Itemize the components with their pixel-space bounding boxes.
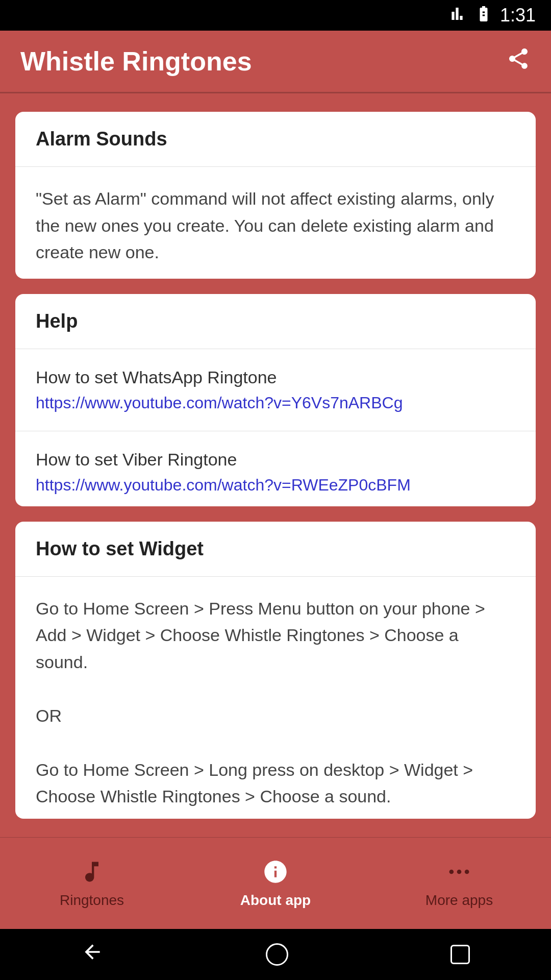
help-viber-section: How to set Viber Ringtone https://www.yo…	[15, 431, 536, 506]
widget-body2: Go to Home Screen > Long press on deskto…	[36, 760, 473, 806]
help-title: Help	[15, 294, 536, 349]
widget-card: How to set Widget Go to Home Screen > Pr…	[15, 522, 536, 819]
alarm-sounds-card: Alarm Sounds "Set as Alarm" command will…	[15, 112, 536, 279]
more-apps-icon	[446, 859, 472, 887]
viber-label: How to set Viber Ringtone	[36, 450, 515, 470]
widget-title: How to set Widget	[15, 522, 536, 577]
status-icons: 1:31	[451, 5, 536, 27]
main-content: Alarm Sounds "Set as Alarm" command will…	[0, 93, 551, 837]
bottom-nav: Ringtones About app More apps	[0, 837, 551, 929]
battery-icon	[474, 5, 493, 27]
help-card: Help How to set WhatsApp Ringtone https:…	[15, 294, 536, 506]
status-time: 1:31	[500, 5, 536, 26]
status-bar: 1:31	[0, 0, 551, 31]
recents-button[interactable]	[450, 945, 470, 964]
svg-point-2	[465, 869, 469, 874]
viber-link[interactable]: https://www.youtube.com/watch?v=RWEeZP0c…	[36, 476, 411, 494]
ringtones-label: Ringtones	[60, 892, 124, 909]
whatsapp-link[interactable]: https://www.youtube.com/watch?v=Y6Vs7nAR…	[36, 394, 403, 412]
widget-or: OR	[36, 706, 62, 725]
svg-point-0	[449, 869, 454, 874]
app-title: Whistle Ringtones	[20, 46, 252, 77]
home-button[interactable]	[266, 943, 288, 966]
back-button[interactable]	[81, 941, 104, 968]
system-nav	[0, 929, 551, 980]
alarm-sounds-title: Alarm Sounds	[15, 112, 536, 167]
widget-body: Go to Home Screen > Press Menu button on…	[15, 577, 536, 819]
app-bar: Whistle Ringtones	[0, 31, 551, 92]
about-app-icon	[262, 859, 289, 887]
nav-about-app[interactable]: About app	[184, 848, 367, 919]
whatsapp-label: How to set WhatsApp Ringtone	[36, 368, 515, 387]
share-button[interactable]	[506, 46, 531, 77]
more-apps-label: More apps	[425, 892, 493, 909]
help-whatsapp-section: How to set WhatsApp Ringtone https://www…	[15, 349, 536, 431]
signal-icon	[451, 6, 467, 26]
about-app-label: About app	[240, 892, 311, 909]
nav-more-apps[interactable]: More apps	[367, 848, 551, 919]
svg-point-1	[457, 869, 462, 874]
widget-body1: Go to Home Screen > Press Menu button on…	[36, 599, 485, 672]
alarm-sounds-body: "Set as Alarm" command will not affect e…	[15, 167, 536, 279]
nav-ringtones[interactable]: Ringtones	[0, 848, 184, 919]
ringtones-icon	[79, 859, 105, 887]
